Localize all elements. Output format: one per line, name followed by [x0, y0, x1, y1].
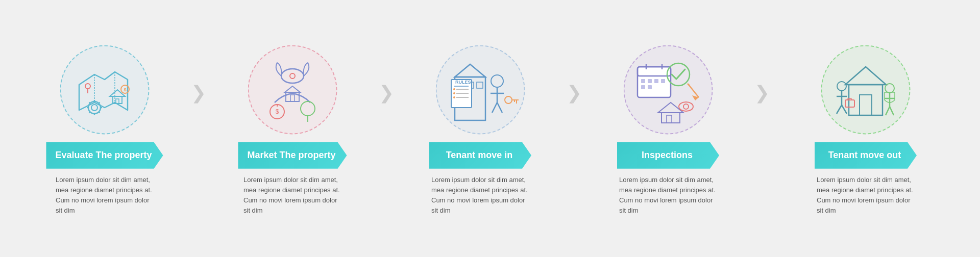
step-2-description: Lorem ipsum dolor sit dim amet, mea regi… — [241, 175, 344, 216]
svg-point-7 — [88, 101, 101, 114]
svg-line-45 — [497, 102, 502, 113]
step-4-content: Inspections Lorem ipsum dolor sit dim am… — [584, 41, 752, 216]
svg-rect-21 — [290, 95, 295, 101]
step-5: Tenant move out Lorem ipsum dolor sit di… — [772, 41, 960, 216]
svg-rect-57 — [654, 79, 658, 83]
step-3-icon: RULES — [442, 52, 519, 128]
arrow-4: ❯ — [754, 84, 770, 102]
svg-point-41 — [491, 75, 503, 87]
step-5-icon — [827, 52, 904, 128]
arrow-1: ❯ — [191, 84, 206, 102]
svg-line-76 — [837, 105, 842, 114]
step-4-label: Inspections — [617, 142, 719, 169]
infographic: $ — [10, 31, 970, 226]
svg-text:RULES: RULES — [455, 80, 471, 85]
svg-point-0 — [85, 84, 90, 89]
svg-rect-72 — [860, 95, 872, 115]
step-wrapper-5: Tenant move out Lorem ipsum dolor sit di… — [772, 41, 960, 216]
svg-point-82 — [885, 84, 894, 93]
step-4: Inspections Lorem ipsum dolor sit dim am… — [584, 41, 752, 216]
svg-marker-28 — [455, 64, 485, 77]
svg-point-34 — [453, 88, 455, 90]
step-1: $ — [20, 41, 189, 216]
svg-rect-64 — [667, 115, 672, 123]
step-wrapper-4: Inspections Lorem ipsum dolor sit dim am… — [584, 41, 772, 216]
step-1-content: $ — [20, 41, 189, 216]
svg-line-69 — [688, 84, 690, 86]
svg-point-46 — [505, 96, 512, 104]
step-4-description: Lorem ipsum dolor sit dim amet, mea regi… — [617, 175, 719, 216]
step-3-description: Lorem ipsum dolor sit dim amet, mea regi… — [429, 175, 531, 216]
arrow-3: ❯ — [567, 84, 582, 102]
step-1-label: Evaluate The property — [46, 142, 163, 169]
step-5-label: Tenant move out — [815, 142, 917, 169]
step-4-icon — [630, 52, 706, 128]
step-5-content: Tenant move out Lorem ipsum dolor sit di… — [772, 41, 960, 216]
svg-line-86 — [890, 107, 894, 115]
svg-point-73 — [837, 82, 846, 91]
svg-line-13 — [89, 102, 90, 103]
svg-rect-60 — [648, 85, 652, 89]
step-1-circle: $ — [56, 41, 153, 138]
svg-rect-78 — [845, 100, 854, 107]
step-2: $ Market The property Lorem ipsum dolor … — [208, 41, 377, 216]
step-2-icon: $ — [254, 52, 331, 128]
svg-text:$: $ — [276, 108, 279, 115]
step-3-label: Tenant move in — [429, 142, 531, 169]
step-1-description: Lorem ipsum dolor sit dim amet, mea regi… — [54, 175, 156, 216]
svg-line-67 — [689, 85, 699, 97]
svg-point-65 — [679, 102, 693, 111]
step-3: RULES — [396, 41, 565, 216]
step-5-description: Lorem ipsum dolor sit dim amet, mea regi… — [815, 175, 917, 216]
svg-point-17 — [281, 69, 304, 83]
step-1-icon: $ — [66, 52, 143, 128]
svg-marker-70 — [845, 67, 886, 85]
svg-point-8 — [91, 105, 97, 111]
svg-point-38 — [453, 96, 455, 98]
svg-text:$: $ — [124, 87, 126, 92]
svg-rect-59 — [641, 85, 645, 89]
step-4-circle — [620, 41, 717, 138]
svg-point-18 — [290, 73, 295, 79]
svg-rect-58 — [661, 79, 665, 83]
svg-rect-63 — [662, 113, 680, 123]
step-2-circle: $ — [244, 41, 341, 138]
svg-line-44 — [492, 102, 497, 113]
svg-point-66 — [683, 104, 689, 109]
step-2-label: Market The property — [238, 142, 347, 169]
svg-rect-31 — [477, 82, 483, 88]
step-wrapper-2: $ Market The property Lorem ipsum dolor … — [208, 41, 396, 216]
arrow-2: ❯ — [379, 84, 394, 102]
svg-line-16 — [99, 102, 100, 103]
step-3-circle: RULES — [432, 41, 529, 138]
svg-rect-56 — [648, 79, 652, 83]
svg-point-36 — [453, 92, 455, 94]
step-3-content: RULES — [396, 41, 565, 216]
step-2-content: $ Market The property Lorem ipsum dolor … — [208, 41, 377, 216]
step-wrapper-3: RULES — [396, 41, 584, 216]
svg-line-14 — [99, 112, 100, 113]
svg-marker-19 — [285, 86, 300, 92]
svg-point-25 — [301, 101, 315, 116]
svg-line-85 — [886, 107, 890, 115]
step-wrapper-1: $ — [20, 41, 208, 216]
svg-line-15 — [89, 112, 90, 113]
step-5-circle — [817, 41, 914, 138]
svg-rect-55 — [641, 79, 645, 83]
svg-line-77 — [842, 105, 847, 114]
